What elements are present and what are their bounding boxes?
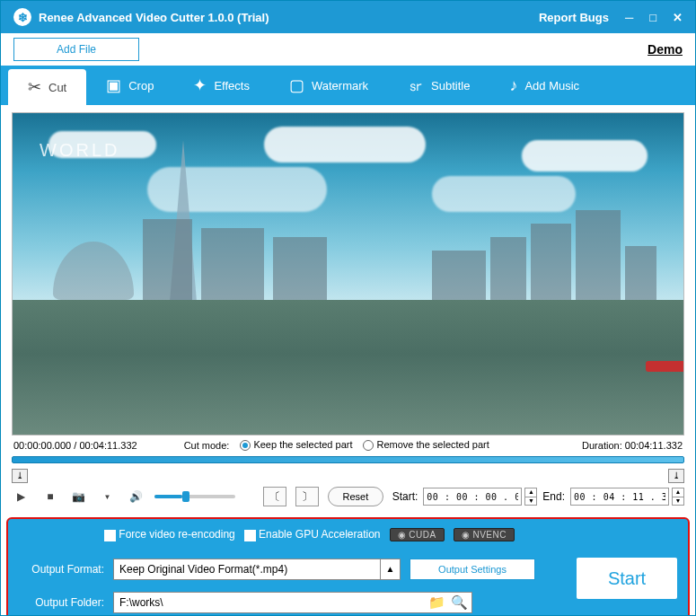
time-position: 00:00:00.000 / 00:04:11.332 (13, 440, 137, 451)
remove-selected-radio[interactable]: Remove the selected part (363, 439, 489, 451)
minimize-button[interactable]: ─ (625, 11, 633, 24)
toolbar: Add File Demo (1, 33, 695, 66)
demo-link[interactable]: Demo (648, 42, 683, 57)
cuda-badge: ◉ CUDA (390, 528, 445, 541)
duration-display: Duration: 00:04:11.332 (582, 440, 683, 451)
subtitle-icon: ㏛ (408, 75, 424, 96)
maximize-button[interactable]: □ (649, 11, 656, 24)
trim-end-handle[interactable]: ⤓ (668, 469, 684, 483)
music-note-icon: ♪ (509, 76, 517, 95)
tab-subtitle[interactable]: ㏛Subtitle (388, 66, 489, 105)
nvenc-badge: ◉ NVENC (454, 528, 515, 541)
browse-folder-icon[interactable]: 📁 (428, 594, 445, 611)
chevron-up-icon: ▲ (380, 559, 400, 579)
close-button[interactable]: ✕ (673, 11, 683, 24)
volume-icon[interactable]: 🔊 (126, 488, 145, 506)
add-file-button[interactable]: Add File (13, 38, 139, 61)
scissors-icon: ✂ (28, 77, 41, 97)
app-logo-icon: ❄ (13, 8, 31, 26)
mark-out-button[interactable]: 〕 (295, 487, 319, 506)
volume-slider[interactable] (154, 495, 234, 498)
play-button[interactable]: ▶ (12, 488, 31, 506)
tab-crop[interactable]: ▣Crop (86, 66, 173, 105)
start-time-spinner[interactable]: ▲▼ (524, 488, 537, 506)
output-folder-label: Output Folder: (19, 596, 104, 609)
report-bugs-link[interactable]: Report Bugs (539, 11, 609, 24)
playback-controls: ▶ ■ 📷 ▼ 🔊 〔 〕 Reset Start: ▲▼ End: ▲▼ (12, 487, 684, 506)
output-format-label: Output Format: (19, 563, 104, 576)
output-format-select[interactable]: Keep Original Video Format(*.mp4) ▲ (113, 559, 401, 580)
video-watermark-text: WORLD (40, 140, 119, 161)
crop-icon: ▣ (106, 75, 121, 95)
output-settings-button[interactable]: Output Settings (410, 559, 535, 580)
end-time-input[interactable]: ▲▼ (570, 488, 684, 506)
output-folder-input[interactable]: F:\works\ 📁 🔍 (113, 592, 472, 613)
stop-button[interactable]: ■ (40, 488, 60, 506)
end-time-label: End: (542, 490, 565, 503)
info-row: 00:00:00.000 / 00:04:11.332 Cut mode: Ke… (12, 436, 684, 454)
content-area: WORLD 00:00:00.000 / 00:04:11.332 Cut mo… (1, 105, 695, 514)
cut-mode-label: Cut mode: (184, 440, 230, 451)
trim-start-handle[interactable]: ⤓ (12, 469, 28, 483)
titlebar: ❄ Renee Advanced Video Cutter 1.0.0 (Tri… (1, 1, 695, 33)
tab-add-music[interactable]: ♪Add Music (489, 66, 599, 105)
tab-effects[interactable]: ✦Effects (173, 66, 269, 105)
video-preview[interactable]: WORLD (12, 112, 684, 436)
start-time-input[interactable]: ▲▼ (423, 488, 537, 506)
watermark-icon: ▢ (289, 75, 304, 95)
snapshot-menu-icon[interactable]: ▼ (98, 488, 118, 506)
start-button[interactable]: Start (577, 558, 677, 599)
snapshot-button[interactable]: 📷 (69, 488, 89, 506)
output-panel: Force video re-encoding Enable GPU Accel… (6, 517, 690, 616)
enable-gpu-checkbox[interactable]: Enable GPU Acceleration (244, 528, 381, 541)
mark-in-button[interactable]: 〔 (263, 487, 286, 506)
end-time-spinner[interactable]: ▲▼ (672, 488, 684, 506)
reset-button[interactable]: Reset (328, 487, 383, 506)
magic-wand-icon: ✦ (193, 75, 207, 95)
timeline-slider[interactable] (12, 456, 684, 463)
keep-selected-radio[interactable]: Keep the selected part (240, 439, 352, 451)
tabs-bar: ✂Cut ▣Crop ✦Effects ▢Watermark ㏛Subtitle… (1, 66, 695, 105)
force-reencode-checkbox[interactable]: Force video re-encoding (104, 528, 235, 541)
tab-cut[interactable]: ✂Cut (8, 69, 86, 105)
app-title: Renee Advanced Video Cutter 1.0.0 (Trial… (39, 11, 269, 24)
end-time-field[interactable] (570, 488, 669, 506)
start-time-label: Start: (392, 490, 418, 503)
search-folder-icon[interactable]: 🔍 (451, 594, 468, 611)
start-time-field[interactable] (423, 488, 522, 506)
tab-watermark[interactable]: ▢Watermark (269, 66, 388, 105)
